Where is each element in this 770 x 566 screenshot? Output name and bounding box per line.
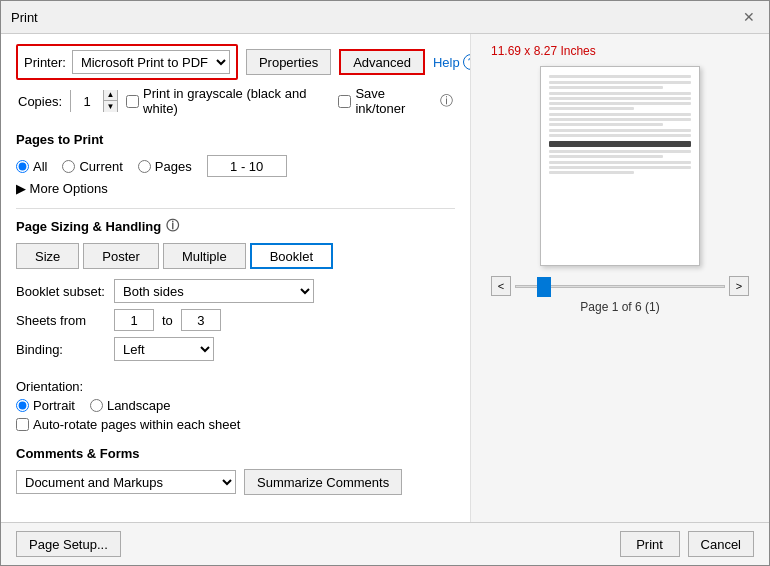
grayscale-checkbox-label[interactable]: Print in grayscale (black and white)	[126, 86, 330, 116]
sheets-from-label: Sheets from	[16, 313, 106, 328]
cancel-button[interactable]: Cancel	[688, 531, 754, 557]
landscape-radio-label[interactable]: Landscape	[90, 398, 171, 413]
preview-page	[540, 66, 700, 266]
portrait-radio-label[interactable]: Portrait	[16, 398, 75, 413]
right-panel: 11.69 x 8.27 Inches	[471, 34, 769, 522]
sizing-info-icon: ⓘ	[166, 217, 179, 235]
printer-label: Printer:	[24, 55, 66, 70]
orientation-title: Orientation:	[16, 379, 455, 394]
page-setup-button[interactable]: Page Setup...	[16, 531, 121, 557]
pages-radio[interactable]	[138, 160, 151, 173]
printer-select[interactable]: Microsoft Print to PDF	[72, 50, 230, 74]
page-slider[interactable]	[515, 276, 725, 296]
view-mode-buttons: Size Poster Multiple Booklet	[16, 243, 455, 269]
advanced-button[interactable]: Advanced	[339, 49, 425, 75]
booklet-subset-select[interactable]: Both sides	[114, 279, 314, 303]
multiple-tab[interactable]: Multiple	[163, 243, 246, 269]
booklet-tab[interactable]: Booklet	[250, 243, 333, 269]
bottom-right-buttons: Print Cancel	[620, 531, 754, 557]
booklet-subset-row: Booklet subset: Both sides	[16, 279, 455, 303]
all-radio[interactable]	[16, 160, 29, 173]
printer-box: Printer: Microsoft Print to PDF	[16, 44, 238, 80]
printer-section: Printer: Microsoft Print to PDF Properti…	[16, 44, 455, 80]
size-tab[interactable]: Size	[16, 243, 79, 269]
pages-radio-group: All Current Pages	[16, 155, 455, 177]
save-ink-checkbox[interactable]	[338, 95, 351, 108]
binding-row: Binding: Left	[16, 337, 455, 361]
sheets-to-label: to	[162, 313, 173, 328]
spinner-buttons: ▲ ▼	[103, 90, 117, 112]
sizing-section: Page Sizing & Handling ⓘ Size Poster Mul…	[16, 213, 455, 367]
booklet-subset-label: Booklet subset:	[16, 284, 106, 299]
binding-label: Binding:	[16, 342, 106, 357]
copies-spinner[interactable]: ▲ ▼	[70, 90, 118, 112]
comments-section: Comments & Forms Document and Markups Su…	[16, 440, 455, 501]
pages-radio-label[interactable]: Pages	[138, 159, 192, 174]
orientation-radio-group: Portrait Landscape	[16, 398, 455, 413]
copies-label: Copies:	[18, 94, 62, 109]
auto-rotate-checkbox[interactable]	[16, 418, 29, 431]
preview-content	[541, 67, 699, 184]
portrait-radio[interactable]	[16, 399, 29, 412]
spinner-down[interactable]: ▼	[103, 101, 117, 112]
prev-page-button[interactable]: <	[491, 276, 511, 296]
save-ink-checkbox-label[interactable]: Save ink/toner	[338, 86, 432, 116]
copies-input[interactable]	[71, 90, 103, 112]
title-bar: Print ✕	[1, 1, 769, 34]
close-button[interactable]: ✕	[739, 7, 759, 27]
print-dialog: Print ✕ Printer: Microsoft Print to PDF …	[0, 0, 770, 566]
bottom-bar: Page Setup... Print Cancel	[1, 522, 769, 565]
preview-nav: < >	[481, 276, 759, 296]
pages-range-input[interactable]	[207, 155, 287, 177]
next-page-button[interactable]: >	[729, 276, 749, 296]
orientation-section: Orientation: Portrait Landscape Auto-rot…	[16, 373, 455, 432]
current-radio-label[interactable]: Current	[62, 159, 122, 174]
preview-dimensions: 11.69 x 8.27 Inches	[491, 44, 596, 58]
landscape-radio[interactable]	[90, 399, 103, 412]
page-info: Page 1 of 6 (1)	[580, 300, 659, 314]
properties-button[interactable]: Properties	[246, 49, 331, 75]
copies-info-icon: ⓘ	[440, 92, 453, 110]
slider-thumb[interactable]	[537, 277, 551, 297]
slider-track	[515, 285, 725, 288]
binding-select[interactable]: Left	[114, 337, 214, 361]
left-panel: Printer: Microsoft Print to PDF Properti…	[1, 34, 471, 522]
poster-tab[interactable]: Poster	[83, 243, 159, 269]
comments-title: Comments & Forms	[16, 446, 455, 461]
dialog-title: Print	[11, 10, 38, 25]
copies-row: Copies: ▲ ▼ Print in grayscale (black an…	[16, 86, 455, 116]
sheets-from-input[interactable]	[114, 309, 154, 331]
pages-title: Pages to Print	[16, 132, 455, 147]
more-options-toggle[interactable]: ▶ More Options	[16, 181, 455, 196]
sizing-header: Page Sizing & Handling ⓘ	[16, 217, 455, 235]
comments-select[interactable]: Document and Markups	[16, 470, 236, 494]
comments-form-row: Document and Markups Summarize Comments	[16, 469, 455, 495]
print-button[interactable]: Print	[620, 531, 680, 557]
grayscale-checkbox[interactable]	[126, 95, 139, 108]
auto-rotate-label[interactable]: Auto-rotate pages within each sheet	[16, 417, 455, 432]
all-radio-label[interactable]: All	[16, 159, 47, 174]
sheets-to-input[interactable]	[181, 309, 221, 331]
divider-1	[16, 208, 455, 209]
pages-section: Pages to Print All Current Pages	[16, 126, 455, 204]
spinner-up[interactable]: ▲	[103, 90, 117, 101]
sheets-row: Sheets from to	[16, 309, 455, 331]
main-content: Printer: Microsoft Print to PDF Properti…	[1, 34, 769, 522]
help-icon: ?	[463, 54, 471, 70]
help-link[interactable]: Help ?	[433, 54, 471, 70]
current-radio[interactable]	[62, 160, 75, 173]
summarize-button[interactable]: Summarize Comments	[244, 469, 402, 495]
